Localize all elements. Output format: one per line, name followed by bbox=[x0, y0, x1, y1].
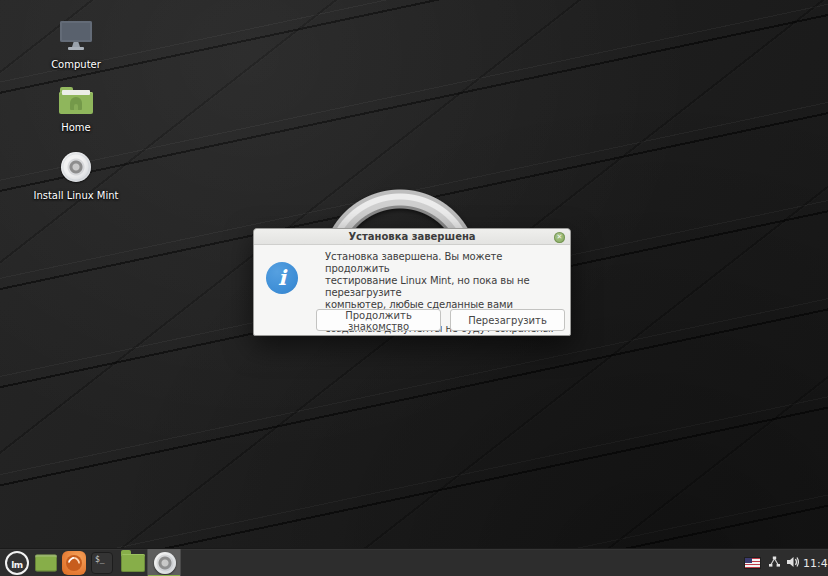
terminal-icon[interactable]: $_ bbox=[91, 552, 113, 574]
close-icon[interactable]: ✕ bbox=[554, 232, 565, 243]
desktop-icon-home[interactable]: Home bbox=[26, 87, 126, 133]
restart-button[interactable]: Перезагрузить bbox=[450, 309, 565, 331]
desktop-icon-label: Computer bbox=[26, 59, 126, 70]
files-icon[interactable] bbox=[121, 554, 145, 572]
mint-logo-arc bbox=[310, 184, 490, 234]
mint-menu-button[interactable]: lm bbox=[5, 551, 29, 575]
desktop-icon-label: Install Linux Mint bbox=[26, 190, 126, 201]
firefox-icon[interactable] bbox=[62, 551, 86, 575]
desktop-icon-install-linux-mint[interactable]: Install Linux Mint bbox=[26, 152, 126, 201]
computer-monitor-icon bbox=[59, 21, 93, 51]
installer-cd-icon bbox=[154, 552, 176, 574]
volume-icon[interactable] bbox=[786, 553, 800, 572]
continue-testing-button[interactable]: Продолжить знакомство bbox=[316, 309, 441, 331]
keyboard-layout-us-flag-icon[interactable] bbox=[745, 558, 760, 568]
installer-window-button[interactable] bbox=[147, 549, 181, 576]
info-icon: i bbox=[266, 262, 298, 294]
desktop-icon-computer[interactable]: Computer bbox=[26, 21, 126, 70]
home-folder-icon bbox=[59, 87, 93, 114]
dialog-titlebar[interactable]: Установка завершена ✕ bbox=[254, 229, 570, 245]
show-desktop-button[interactable] bbox=[35, 554, 57, 571]
desktop-screen: Computer Home Install Linux Mint Установ… bbox=[0, 0, 828, 576]
installation-complete-dialog: Установка завершена ✕ i Установка заверш… bbox=[253, 228, 571, 336]
mint-logo-icon: lm bbox=[11, 560, 22, 570]
network-icon[interactable] bbox=[768, 553, 781, 572]
install-cd-icon bbox=[61, 152, 91, 182]
taskbar: lm $_ bbox=[0, 548, 828, 576]
taskbar-clock[interactable]: 11:45 bbox=[803, 556, 828, 569]
desktop-icon-label: Home bbox=[26, 122, 126, 133]
dialog-title: Установка завершена bbox=[254, 231, 570, 242]
